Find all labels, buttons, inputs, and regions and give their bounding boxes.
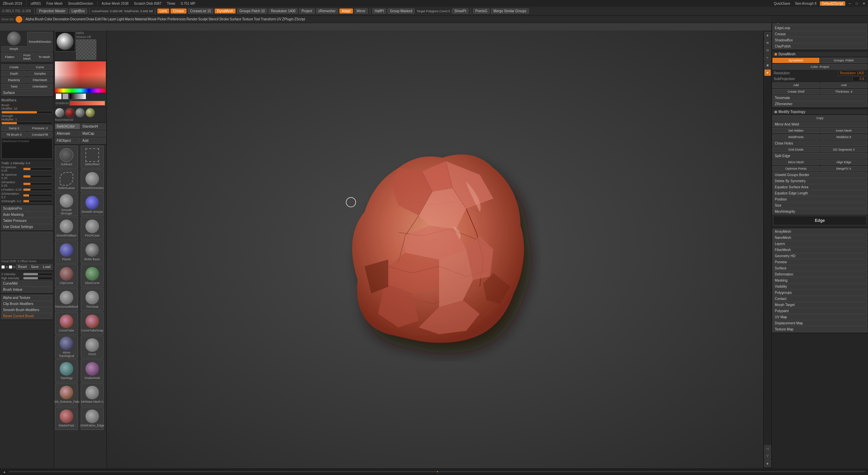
split-edge-btn[interactable]: Split Edge bbox=[772, 153, 867, 159]
merge-tri-btn[interactable]: MergeTri X bbox=[820, 166, 867, 171]
menu-edit[interactable]: Edit bbox=[95, 17, 101, 21]
curve-mid-btn[interactable]: CurveMid bbox=[1, 281, 53, 286]
samples-btn[interactable]: Samples bbox=[27, 71, 53, 76]
position-btn[interactable]: Position bbox=[772, 196, 867, 202]
remesher-btn[interactable]: zRemesher bbox=[316, 8, 338, 14]
menu-sculpt[interactable]: Sculpt bbox=[198, 17, 208, 21]
alpha-display[interactable] bbox=[55, 31, 75, 52]
menu-alpha[interactable]: Alpha bbox=[25, 17, 34, 21]
menu-light[interactable]: Light bbox=[117, 17, 124, 21]
menu-preferences[interactable]: Preferences bbox=[167, 17, 186, 21]
polypaint-right-btn[interactable]: Polypaint bbox=[772, 308, 867, 314]
deformation-btn[interactable]: Deformation bbox=[772, 271, 867, 277]
displacement-map-btn[interactable]: Displacement Map bbox=[772, 320, 867, 326]
zremesher-btn[interactable]: ZRemesher bbox=[772, 101, 867, 107]
group-masked-btn[interactable]: Group Masked bbox=[388, 8, 415, 14]
see-through[interactable]: See-through 8 bbox=[794, 2, 818, 5]
and-right-btn[interactable]: And bbox=[820, 82, 867, 88]
crease-list-btn[interactable]: CreaseList 15 bbox=[188, 8, 214, 14]
equalize-edge-btn[interactable]: Equalize Edge Length bbox=[772, 190, 867, 196]
dynamesn-main-btn[interactable]: DynaMesh bbox=[772, 58, 820, 63]
create-shell-btn[interactable]: Create Shell bbox=[772, 89, 820, 94]
close-btn[interactable]: ✕ bbox=[861, 2, 867, 5]
mini-icon-3[interactable]: ⊟ bbox=[764, 47, 771, 54]
create-btn[interactable]: Create bbox=[1, 64, 27, 70]
mini-icon-orange[interactable]: ● bbox=[764, 69, 771, 76]
menu-decoration[interactable]: Decoration bbox=[53, 17, 70, 21]
copy-right-btn[interactable]: Copy bbox=[772, 115, 867, 121]
gstrength-track[interactable] bbox=[23, 200, 53, 203]
project-btn[interactable]: Project bbox=[299, 8, 314, 14]
brush-item-trimsmooth[interactable]: TrimSmoothBord bbox=[55, 288, 78, 311]
close-holes-right-btn[interactable]: Close Holes bbox=[772, 140, 867, 146]
brush-item-smoothgroups[interactable]: Smooth Groups bbox=[81, 193, 104, 216]
resolution-btn[interactable]: Resolution 1400 bbox=[269, 8, 298, 14]
menu-stroke[interactable]: Stroke bbox=[219, 17, 229, 21]
sculptiris-btn[interactable]: SculptirisPro bbox=[1, 206, 53, 211]
surface-right-btn[interactable]: Surface bbox=[772, 265, 867, 271]
crease-btn[interactable]: Crease bbox=[171, 8, 186, 14]
tilt-brush-btn[interactable]: Tilt Brush 0 bbox=[1, 132, 27, 137]
thickness-btn[interactable]: Thickness: 4 bbox=[820, 89, 867, 94]
use-global-btn[interactable]: Use Global Settings bbox=[1, 224, 53, 230]
clay-polish-btn[interactable]: ClayPolish bbox=[772, 43, 867, 49]
grid-divide-btn[interactable]: Grid Divide bbox=[772, 147, 820, 152]
menu-picker[interactable]: Picker bbox=[157, 17, 167, 21]
brush-item-pinchcase[interactable]: PinchCase bbox=[81, 217, 104, 240]
brush-item-masterfast[interactable]: MasterFast bbox=[55, 407, 78, 430]
menu-brush[interactable]: Brush bbox=[35, 17, 44, 21]
brush-label[interactable]: SmoothDirection bbox=[67, 2, 95, 5]
menu-material[interactable]: Material bbox=[135, 17, 147, 21]
mini-icon-8[interactable]: ◈ bbox=[764, 460, 771, 467]
switch-color-btn[interactable]: SwitchColor bbox=[55, 124, 80, 129]
groups-polish-btn[interactable]: Groups: Polish bbox=[820, 58, 867, 63]
basic-material-swatch[interactable] bbox=[55, 108, 64, 117]
brush-item-curvesnap[interactable]: CurveTubeSnap bbox=[81, 312, 104, 335]
showpt-btn[interactable]: ShowPt bbox=[452, 8, 468, 14]
morph-target-btn[interactable]: Morph Target bbox=[772, 302, 867, 308]
weld-points-btn[interactable]: WeldPoints bbox=[772, 134, 820, 140]
brush-item-snakehook[interactable]: SnakeHook bbox=[81, 359, 104, 382]
subprojection-val[interactable]: 0.6 bbox=[852, 76, 866, 81]
surface-btn[interactable]: Surface bbox=[1, 90, 53, 96]
curve-btn[interactable]: Curve bbox=[27, 64, 53, 70]
array-mesh-btn[interactable]: ArrayMesh bbox=[772, 229, 867, 234]
color-project-btn[interactable]: Color: Project bbox=[772, 64, 867, 70]
hue-bar[interactable] bbox=[55, 89, 106, 93]
mode-label[interactable]: Free Mesh bbox=[45, 2, 64, 5]
elasticity-btn[interactable]: Elasticity bbox=[1, 77, 27, 83]
brush-imbue-btn[interactable]: Brush Imbue bbox=[1, 287, 53, 292]
reset-btn[interactable]: Reset bbox=[16, 264, 28, 270]
menu-zplugin[interactable]: ZPlugin bbox=[282, 17, 294, 21]
menu-tool[interactable]: Tool bbox=[254, 17, 260, 21]
equalize-surface-btn[interactable]: Equalize Surface Area bbox=[772, 184, 867, 190]
samp-btn[interactable]: Samp 0 bbox=[1, 126, 27, 131]
add-right-btn[interactable]: Add bbox=[772, 82, 820, 88]
menu-color[interactable]: Color bbox=[44, 17, 53, 21]
w-aperture-track[interactable] bbox=[23, 175, 53, 178]
morph-btn[interactable]: Morph bbox=[1, 46, 26, 52]
geo-hd-btn[interactable]: Geometry HD bbox=[772, 253, 867, 259]
gorient-track[interactable] bbox=[23, 194, 53, 197]
brush-item-planet[interactable]: Planet bbox=[55, 241, 78, 264]
crease-right-btn[interactable]: Crease bbox=[772, 31, 867, 37]
alternate-btn[interactable]: Alternate bbox=[55, 131, 80, 136]
strength-track[interactable] bbox=[1, 122, 53, 125]
standard4-btn[interactable]: Standard4 bbox=[81, 124, 106, 129]
menu-transform[interactable]: Transform bbox=[261, 17, 276, 21]
smooth-direction-btn[interactable]: SmoothDirection bbox=[27, 32, 53, 52]
tablet-pressure-btn[interactable]: Tablet Pressure bbox=[1, 218, 53, 224]
pressure-btn[interactable]: Pressure: 0 bbox=[27, 126, 53, 131]
in-checkbox[interactable] bbox=[1, 265, 5, 269]
optimize-pts-btn[interactable]: Optimize Points bbox=[772, 166, 820, 171]
delete-symmetry-btn[interactable]: Delete By Symmetry bbox=[772, 178, 867, 184]
weld-dist-btn[interactable]: WeldDist 9 bbox=[820, 134, 867, 140]
mini-icon-2[interactable]: ⊞ bbox=[764, 39, 771, 46]
red-material-swatch[interactable] bbox=[65, 108, 75, 117]
adapt-btn[interactable]: Adapt bbox=[339, 8, 353, 14]
menu-layer[interactable]: Layer bbox=[107, 17, 116, 21]
rgb-intensity-track[interactable] bbox=[23, 277, 53, 280]
brush-item-orbitflation[interactable]: OrbitFation_Edge bbox=[81, 407, 104, 430]
lens-btn[interactable]: Lens bbox=[157, 8, 170, 14]
merge-similar-btn[interactable]: Merge Similar Groups bbox=[491, 8, 529, 14]
